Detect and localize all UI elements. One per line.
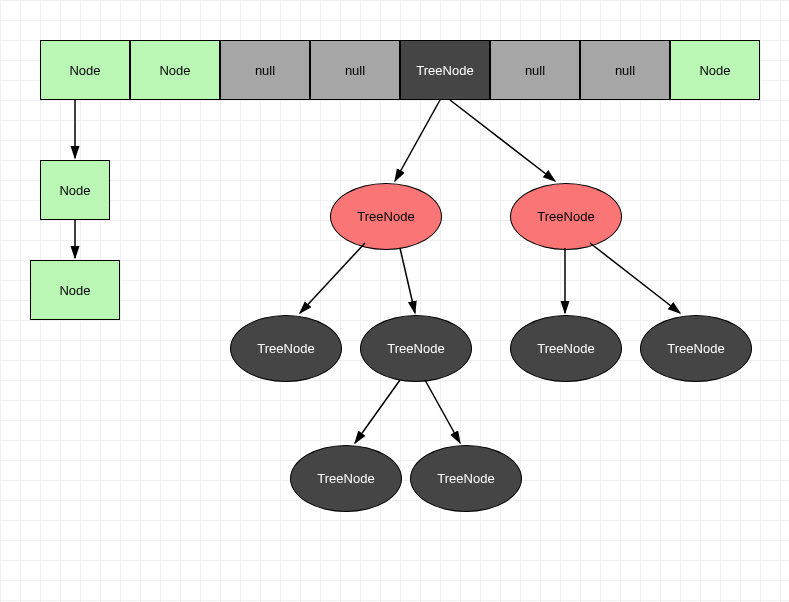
array-cell-2: null: [220, 40, 310, 100]
array-cell-1: Node: [130, 40, 220, 100]
tree-left-grandright: TreeNode: [410, 445, 522, 512]
tree-right-root: TreeNode: [510, 183, 622, 250]
tree-left-rightchild: TreeNode: [360, 315, 472, 382]
array-cell-6: null: [580, 40, 670, 100]
tree-left-root: TreeNode: [330, 183, 442, 250]
array-cell-3: null: [310, 40, 400, 100]
tree-right-rightchild: TreeNode: [640, 315, 752, 382]
linked-node-1: Node: [40, 160, 110, 220]
array-cell-5: null: [490, 40, 580, 100]
tree-left-leftchild: TreeNode: [230, 315, 342, 382]
linked-node-2: Node: [30, 260, 120, 320]
array-cell-7: Node: [670, 40, 760, 100]
array-cell-4: TreeNode: [400, 40, 490, 100]
tree-left-grandleft: TreeNode: [290, 445, 402, 512]
tree-right-leftchild: TreeNode: [510, 315, 622, 382]
diagram-canvas: Node Node null null TreeNode null null N…: [0, 0, 789, 602]
array-cell-0: Node: [40, 40, 130, 100]
